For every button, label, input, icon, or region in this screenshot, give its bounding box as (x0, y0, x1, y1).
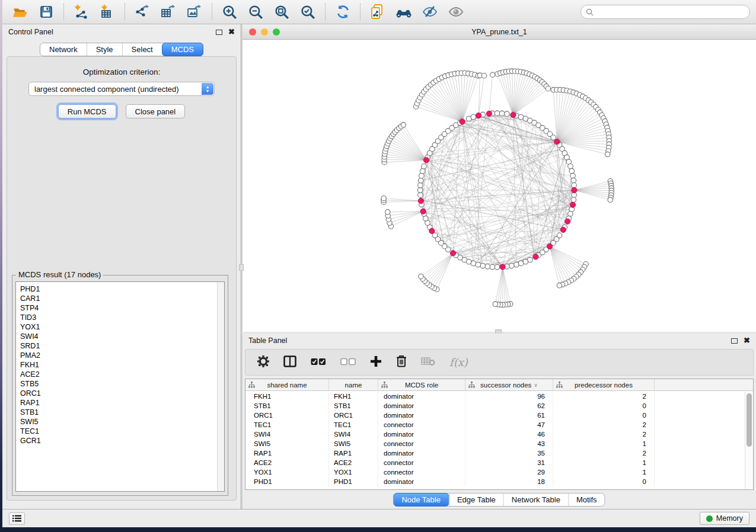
network-graph[interactable] (243, 40, 756, 332)
mcds-node-item[interactable]: SRD1 (16, 341, 216, 351)
network-node[interactable] (568, 164, 573, 169)
mcds-node-item[interactable]: FKH1 (16, 360, 216, 370)
mcds-hub-node[interactable] (533, 254, 538, 259)
run-mcds-button[interactable]: Run MCDS (58, 104, 116, 118)
close-panel-icon[interactable]: ✖ (228, 29, 235, 35)
mcds-node-item[interactable]: STB1 (16, 408, 216, 417)
mcds-hub-node[interactable] (423, 158, 429, 163)
mcds-node-item[interactable]: RAP1 (16, 398, 216, 408)
network-node[interactable] (490, 72, 495, 77)
search-box[interactable] (580, 5, 750, 19)
column-layout-icon[interactable] (283, 355, 296, 370)
find-icon[interactable] (392, 2, 416, 21)
tab-edge-table[interactable]: Edge Table (449, 493, 503, 506)
table-scrollbar-thumb[interactable] (747, 393, 752, 447)
network-node[interactable] (518, 261, 524, 266)
network-node[interactable] (493, 302, 497, 306)
mcds-hub-node[interactable] (450, 251, 455, 256)
memory-button[interactable]: Memory (700, 512, 749, 525)
network-node[interactable] (495, 265, 500, 270)
network-node[interactable] (572, 183, 577, 188)
mcds-hub-node[interactable] (418, 198, 423, 203)
network-node[interactable] (504, 111, 509, 117)
table-row[interactable]: SWI4SWI4dominator462 (245, 430, 745, 439)
mcds-node-item[interactable]: GCR1 (16, 436, 216, 446)
maximize-window-icon[interactable] (273, 28, 280, 36)
mcds-hub-node[interactable] (570, 202, 575, 207)
mcds-hub-node[interactable] (565, 219, 570, 224)
mcds-node-item[interactable]: SWI4 (16, 332, 216, 341)
import-table-icon[interactable] (95, 2, 119, 21)
network-node[interactable] (385, 210, 390, 214)
network-node[interactable] (509, 263, 515, 268)
mcds-hub-node[interactable] (486, 111, 492, 116)
network-node[interactable] (422, 164, 427, 169)
close-panel-button[interactable]: Close panel (126, 104, 186, 118)
network-node[interactable] (418, 183, 423, 188)
network-node[interactable] (569, 168, 575, 174)
table-row[interactable]: TEC1TEC1connector472 (245, 420, 745, 430)
mcds-hub-node[interactable] (420, 209, 426, 214)
tab-network-table[interactable]: Network Table (503, 493, 568, 506)
network-node[interactable] (418, 178, 423, 183)
mcds-node-item[interactable]: TID3 (16, 313, 216, 322)
network-node[interactable] (419, 173, 425, 178)
close-window-icon[interactable] (249, 28, 256, 36)
mcds-node-item[interactable]: STB5 (16, 379, 216, 389)
network-node[interactable] (514, 262, 519, 267)
mcds-list-scrollbar[interactable] (217, 282, 224, 491)
network-node[interactable] (480, 263, 486, 268)
mcds-hub-node[interactable] (547, 243, 552, 249)
network-node[interactable] (481, 73, 486, 78)
minimize-window-icon[interactable] (261, 28, 268, 36)
import-network-icon[interactable] (69, 2, 93, 21)
clone-network-icon[interactable] (366, 2, 390, 21)
tab-node-table[interactable]: Node Table (393, 493, 449, 507)
add-column-icon[interactable] (370, 355, 382, 370)
float-panel-icon[interactable] (216, 30, 222, 35)
tab-style[interactable]: Style (87, 43, 122, 56)
mcds-node-item[interactable]: ACE2 (16, 370, 216, 379)
optimization-criterion-select[interactable]: largest connected component (undirected)… (28, 82, 215, 96)
network-node[interactable] (476, 262, 481, 267)
network-node[interactable] (605, 152, 610, 156)
column-header-mcds-role[interactable]: MCDS role (378, 379, 465, 390)
network-node[interactable] (419, 274, 423, 278)
network-node[interactable] (572, 193, 577, 198)
table-row[interactable]: PHD1PHD1dominator180 (245, 477, 745, 486)
delete-column-icon[interactable] (396, 355, 407, 370)
tab-motifs[interactable]: Motifs (568, 493, 605, 506)
network-node[interactable] (485, 264, 490, 270)
table-row[interactable]: STB1STB1dominator620 (245, 401, 745, 411)
network-node[interactable] (608, 197, 613, 202)
select-all-checked-icon[interactable] (311, 357, 326, 368)
deselect-all-icon[interactable] (340, 357, 356, 368)
network-node[interactable] (417, 188, 423, 193)
table-row[interactable]: ACE2ACE2connector311 (245, 458, 745, 467)
mcds-node-item[interactable]: CAR1 (16, 294, 216, 303)
network-node[interactable] (381, 196, 386, 200)
table-row[interactable]: SWI5SWI5connector431 (245, 439, 745, 448)
table-row[interactable]: RAP1RAP1dominator352 (245, 448, 745, 458)
network-node[interactable] (471, 114, 476, 120)
column-header-name[interactable]: name (329, 379, 378, 390)
mcds-hub-node[interactable] (500, 264, 505, 270)
save-session-icon[interactable] (34, 2, 58, 21)
mcds-hub-node[interactable] (476, 113, 481, 118)
network-node[interactable] (499, 111, 505, 116)
column-header-successor-nodes[interactable]: successor nodes ∨ (465, 379, 553, 390)
open-session-icon[interactable] (8, 2, 32, 21)
network-node[interactable] (546, 86, 550, 91)
network-window-titlebar[interactable]: YPA_prune.txt_1 (243, 24, 756, 40)
settings-gear-icon[interactable] (257, 355, 269, 370)
mcds-node-item[interactable]: TEC1 (16, 427, 216, 436)
network-node[interactable] (495, 111, 500, 116)
network-node[interactable] (571, 178, 576, 183)
float-table-panel-icon[interactable] (731, 338, 738, 344)
column-header-predecessor-nodes[interactable]: predecessor nodes (553, 379, 655, 390)
column-header-shared-name[interactable]: shared name (245, 379, 329, 390)
export-table-icon[interactable] (157, 2, 180, 21)
mcds-node-item[interactable]: PMA2 (16, 351, 216, 360)
network-node[interactable] (570, 173, 576, 178)
vertical-splitter-handle[interactable] (239, 264, 244, 271)
